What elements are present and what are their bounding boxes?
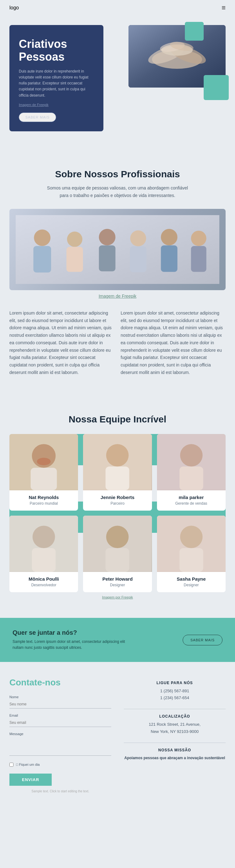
hero-image-credit: Imagem de Freepik	[19, 102, 94, 108]
navbar: logo ≡	[0, 0, 235, 16]
team-card-2: mila parker Gerente de vendas	[157, 434, 226, 510]
svg-point-24	[37, 458, 51, 465]
team-info-1: Jennie Roberts Parceiro	[83, 490, 152, 510]
svg-point-30	[180, 444, 202, 467]
checkbox-label: □ Fiquei um dia	[16, 762, 40, 767]
message-field-group: Message	[9, 732, 111, 757]
svg-rect-11	[33, 246, 51, 273]
team-info-3: Mônica Poulli Desenvolvedor	[9, 572, 78, 592]
team-role-5: Designer	[160, 583, 223, 587]
divider-2	[124, 743, 226, 743]
phone-line1: 1 (256) 567-891	[124, 688, 226, 694]
checkbox-group: □ Fiquei um dia	[9, 762, 111, 767]
team-card-3: Mônica Poulli Desenvolvedor	[9, 516, 78, 592]
submit-button[interactable]: ENVIAR	[9, 774, 52, 786]
team-photo-monica	[9, 516, 78, 572]
team-role-1: Parceiro	[86, 501, 149, 506]
name-label: Nome	[9, 695, 111, 699]
team-photo-mila	[157, 434, 226, 490]
team-section: Nossa Equipe Incrível Nat	[0, 398, 235, 609]
name-input[interactable]	[9, 700, 111, 709]
team-info-2: mila parker Gerente de vendas	[157, 490, 226, 510]
phone-block: LIGUE PARA NÓS 1 (256) 567-891 1 (234) 5…	[124, 681, 226, 701]
team-role-2: Gerente de vendas	[160, 501, 223, 506]
about-photo-caption: Imagem de Freepik	[42, 293, 193, 300]
team-caption: Imagem por Freepik	[9, 595, 226, 599]
svg-rect-15	[99, 245, 115, 271]
divider-1	[124, 709, 226, 709]
about-text-2: Lorem ipsum dolor sit amet, consectetur …	[121, 310, 226, 376]
svg-rect-17	[130, 246, 147, 272]
svg-rect-31	[179, 467, 203, 490]
phone-title: LIGUE PARA NÓS	[124, 681, 226, 685]
about-text-1: Lorem ipsum dolor sit amet, consectetur …	[9, 310, 114, 376]
team-freepik-link[interactable]: Freepik	[122, 595, 133, 599]
hamburger-icon[interactable]: ≡	[221, 4, 226, 12]
team-info-0: Nat Reynolds Parceiro mundial	[9, 490, 78, 510]
svg-point-33	[33, 526, 55, 548]
message-label: Message	[9, 732, 111, 736]
cta-text: Quer se juntar a nós? Sample text. Lorem…	[12, 629, 132, 651]
cta-section: Quer se juntar a nós? Sample text. Lorem…	[0, 618, 235, 662]
hero-title: Criativos Pessoas	[19, 37, 94, 63]
mission-title: NOSSA MISSÃO	[124, 748, 226, 752]
about-subtitle: Somos uma equipe de pessoas valiosas, co…	[42, 184, 193, 199]
location-line2: New York, NY 92103-9000	[124, 728, 226, 735]
team-photo-nat	[9, 434, 78, 490]
team-name-3: Mônica Poulli	[12, 576, 75, 582]
contact-section: Contate-nos Nome Email Message □ Fiquei …	[0, 662, 235, 812]
freepik-link[interactable]: Freepik	[122, 293, 137, 299]
location-title: LOCALIZAÇÃO	[124, 714, 226, 718]
svg-rect-21	[191, 246, 207, 272]
team-role-4: Designer	[86, 583, 149, 587]
hero-description: Duis aute irure dolor in reprehenderit i…	[19, 68, 94, 98]
team-name-4: Peter Howard	[86, 576, 149, 582]
team-grid-wrapper: Nat Reynolds Parceiro mundial Jennie Rob…	[9, 434, 226, 592]
about-col-1: Lorem ipsum dolor sit amet, consectetur …	[9, 310, 114, 386]
team-info-5: Sasha Payne Designer	[157, 572, 226, 592]
team-info-4: Peter Howard Designer	[83, 572, 152, 592]
email-field-group: Email	[9, 714, 111, 727]
form-sample-note: Sample text. Click to start editing the …	[9, 789, 111, 793]
hero-card: Criativos Pessoas Duis aute irure dolor …	[9, 25, 103, 131]
contact-info-column: LIGUE PARA NÓS 1 (256) 567-891 1 (234) 5…	[124, 678, 226, 769]
about-title: Sobre Nossos Profissionais	[9, 169, 226, 180]
terms-checkbox[interactable]	[9, 763, 14, 767]
svg-rect-34	[32, 548, 56, 572]
team-card-5: Sasha Payne Designer	[157, 516, 226, 592]
message-textarea[interactable]	[9, 737, 111, 756]
svg-point-27	[106, 444, 129, 467]
team-card-1: Jennie Roberts Parceiro	[83, 434, 152, 510]
svg-point-20	[191, 231, 207, 246]
hero-images	[110, 25, 226, 94]
svg-point-39	[180, 526, 202, 548]
team-role-3: Desenvolvedor	[12, 583, 75, 587]
svg-rect-13	[67, 247, 83, 272]
about-group-photo	[9, 209, 226, 290]
team-role-0: Parceiro mundial	[12, 501, 75, 506]
cta-button[interactable]: SABER MAIS	[183, 635, 223, 645]
svg-rect-19	[161, 245, 177, 272]
svg-rect-37	[106, 548, 129, 572]
about-col-2: Lorem ipsum dolor sit amet, consectetur …	[121, 310, 226, 386]
team-grid: Nat Reynolds Parceiro mundial Jennie Rob…	[9, 434, 226, 592]
svg-point-18	[161, 229, 177, 245]
hero-cta-button[interactable]: SABER MAIS	[19, 113, 56, 122]
location-line1: 121 Rock Street, 21 Avenue,	[124, 721, 226, 728]
svg-rect-40	[179, 548, 203, 572]
team-card-4: Peter Howard Designer	[83, 516, 152, 592]
phone-line2: 1 (234) 567-654	[124, 694, 226, 701]
cta-description: Sample text. Lorem ipsum dolor sit amet,…	[12, 639, 132, 651]
email-input[interactable]	[9, 718, 111, 727]
team-name-1: Jennie Roberts	[86, 495, 149, 500]
cta-title: Quer se juntar a nós?	[12, 629, 132, 636]
svg-rect-25	[31, 468, 57, 490]
svg-point-36	[106, 526, 129, 548]
teal-accent-top	[185, 22, 204, 41]
location-block: LOCALIZAÇÃO 121 Rock Street, 21 Avenue, …	[124, 714, 226, 735]
svg-point-14	[99, 229, 115, 245]
name-field-group: Nome	[9, 695, 111, 709]
team-name-2: mila parker	[160, 495, 223, 500]
teal-accent-bottom	[204, 75, 229, 100]
svg-point-12	[67, 231, 82, 247]
